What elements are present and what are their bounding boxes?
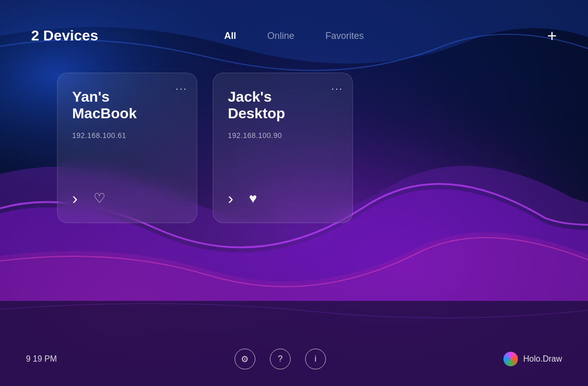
info-button[interactable]: i	[305, 349, 326, 369]
card-menu-button-desktop[interactable]: ···	[331, 82, 343, 94]
connect-button-desktop[interactable]: ›	[228, 189, 234, 208]
device-ip-desktop: 192.168.100.90	[228, 131, 340, 140]
device-card-desktop[interactable]: ··· Jack's Desktop 192.168.100.90 › ♥	[213, 73, 353, 223]
device-card-macbook[interactable]: ··· Yan's MacBook 192.168.100.61 › ♡	[57, 73, 197, 223]
header: 2 Devices All Online Favorites +	[0, 0, 588, 57]
brand: Holo.Draw	[503, 352, 562, 366]
add-device-button[interactable]: +	[453, 27, 557, 44]
device-name-macbook: Yan's MacBook	[72, 89, 176, 122]
card-menu-button-macbook[interactable]: ···	[175, 82, 187, 94]
card-actions-macbook: › ♡	[72, 168, 184, 208]
tab-online[interactable]: Online	[267, 29, 294, 44]
card-actions-desktop: › ♥	[228, 168, 340, 208]
brand-name: Holo.Draw	[523, 354, 562, 364]
devices-count-title: 2 Devices	[31, 27, 135, 44]
help-button[interactable]: ?	[270, 349, 291, 369]
settings-button[interactable]: ⚙	[235, 349, 255, 369]
settings-icon: ⚙	[241, 354, 249, 365]
help-icon: ?	[278, 354, 282, 364]
device-name-desktop: Jack's Desktop	[228, 89, 332, 122]
info-icon: i	[314, 354, 317, 364]
brand-logo-icon	[503, 352, 518, 366]
favorite-button-macbook[interactable]: ♡	[93, 190, 105, 206]
clock-display: 9 19 PM	[26, 354, 57, 364]
footer-icons: ⚙ ? i	[235, 349, 326, 369]
nav-tabs: All Online Favorites	[135, 29, 453, 44]
tab-favorites[interactable]: Favorites	[325, 29, 364, 44]
footer: 9 19 PM ⚙ ? i Holo.Draw	[0, 344, 588, 386]
connect-button-macbook[interactable]: ›	[72, 189, 78, 208]
devices-grid: ··· Yan's MacBook 192.168.100.61 › ♡ ···…	[0, 57, 588, 344]
tab-all[interactable]: All	[224, 29, 236, 44]
device-ip-macbook: 192.168.100.61	[72, 131, 184, 140]
favorite-button-desktop[interactable]: ♥	[249, 190, 257, 206]
